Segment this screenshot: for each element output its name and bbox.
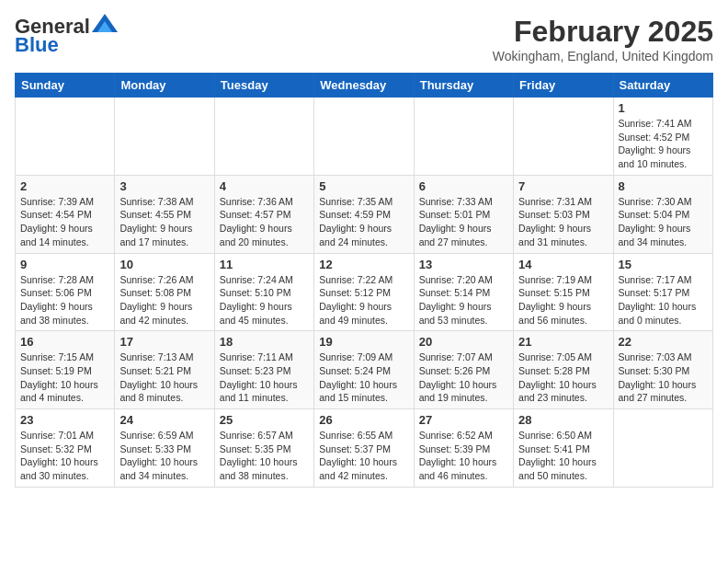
calendar-cell: 9Sunrise: 7:28 AM Sunset: 5:06 PM Daylig… [16,253,115,331]
day-number: 19 [319,335,408,349]
calendar-cell: 1Sunrise: 7:41 AM Sunset: 4:52 PM Daylig… [613,98,712,176]
page-header: General Blue February 2025 Wokingham, En… [15,15,713,63]
day-info: Sunrise: 7:11 AM Sunset: 5:23 PM Dayligh… [220,350,309,405]
calendar-cell: 20Sunrise: 7:07 AM Sunset: 5:26 PM Dayli… [414,331,513,409]
calendar-cell: 15Sunrise: 7:17 AM Sunset: 5:17 PM Dayli… [613,253,712,331]
day-info: Sunrise: 7:03 AM Sunset: 5:30 PM Dayligh… [619,350,708,405]
calendar-cell [613,409,712,488]
day-of-week-header: Friday [514,74,613,98]
day-number: 6 [419,179,508,193]
day-number: 23 [20,413,109,427]
day-info: Sunrise: 7:22 AM Sunset: 5:12 PM Dayligh… [319,273,408,327]
day-of-week-header: Tuesday [214,74,313,98]
day-info: Sunrise: 7:36 AM Sunset: 4:57 PM Dayligh… [220,195,309,249]
calendar-cell: 13Sunrise: 7:20 AM Sunset: 5:14 PM Dayli… [414,253,513,331]
day-number: 26 [319,413,408,427]
day-info: Sunrise: 7:30 AM Sunset: 5:04 PM Dayligh… [619,195,708,249]
calendar-cell: 23Sunrise: 7:01 AM Sunset: 5:32 PM Dayli… [16,409,115,488]
day-info: Sunrise: 7:17 AM Sunset: 5:17 PM Dayligh… [619,273,708,327]
day-number: 9 [20,258,109,271]
month-title: February 2025 [493,15,713,49]
calendar-week-row: 2Sunrise: 7:39 AM Sunset: 4:54 PM Daylig… [16,175,713,253]
day-info: Sunrise: 7:01 AM Sunset: 5:32 PM Dayligh… [20,429,109,483]
calendar-cell [115,98,214,176]
calendar-cell: 6Sunrise: 7:33 AM Sunset: 5:01 PM Daylig… [414,175,513,253]
day-info: Sunrise: 7:07 AM Sunset: 5:26 PM Dayligh… [419,350,508,405]
day-of-week-header: Thursday [414,74,513,98]
day-info: Sunrise: 7:28 AM Sunset: 5:06 PM Dayligh… [20,273,109,327]
day-info: Sunrise: 7:38 AM Sunset: 4:55 PM Dayligh… [119,195,209,249]
title-area: February 2025 Wokingham, England, United… [493,15,713,63]
day-number: 18 [220,335,309,349]
day-number: 14 [518,258,608,271]
day-info: Sunrise: 7:26 AM Sunset: 5:08 PM Dayligh… [119,273,209,327]
calendar-cell: 3Sunrise: 7:38 AM Sunset: 4:55 PM Daylig… [115,175,214,253]
day-info: Sunrise: 7:19 AM Sunset: 5:15 PM Dayligh… [518,273,608,327]
day-number: 8 [619,179,708,193]
calendar-cell [414,98,513,176]
day-info: Sunrise: 7:24 AM Sunset: 5:10 PM Dayligh… [220,273,309,327]
calendar-cell [214,98,313,176]
calendar-cell: 27Sunrise: 6:52 AM Sunset: 5:39 PM Dayli… [414,409,513,488]
calendar-cell [514,98,613,176]
calendar-cell: 5Sunrise: 7:35 AM Sunset: 4:59 PM Daylig… [314,175,414,253]
day-number: 24 [119,413,209,427]
day-number: 17 [119,335,209,349]
calendar-cell: 18Sunrise: 7:11 AM Sunset: 5:23 PM Dayli… [214,331,313,409]
day-number: 25 [220,413,309,427]
calendar-cell: 17Sunrise: 7:13 AM Sunset: 5:21 PM Dayli… [115,331,214,409]
calendar-header-row: SundayMondayTuesdayWednesdayThursdayFrid… [16,74,713,98]
day-info: Sunrise: 7:20 AM Sunset: 5:14 PM Dayligh… [419,273,508,327]
day-info: Sunrise: 6:59 AM Sunset: 5:33 PM Dayligh… [119,429,209,483]
day-info: Sunrise: 6:50 AM Sunset: 5:41 PM Dayligh… [518,429,608,483]
day-number: 7 [518,179,608,193]
location-text: Wokingham, England, United Kingdom [493,49,713,63]
calendar-week-row: 16Sunrise: 7:15 AM Sunset: 5:19 PM Dayli… [16,331,713,409]
day-number: 4 [220,179,309,193]
calendar-cell [16,98,115,176]
calendar-week-row: 23Sunrise: 7:01 AM Sunset: 5:32 PM Dayli… [16,409,713,488]
day-number: 13 [419,258,508,271]
day-of-week-header: Monday [115,74,214,98]
day-info: Sunrise: 6:52 AM Sunset: 5:39 PM Dayligh… [419,429,508,483]
day-of-week-header: Sunday [16,74,115,98]
calendar-cell: 7Sunrise: 7:31 AM Sunset: 5:03 PM Daylig… [514,175,613,253]
calendar-cell: 8Sunrise: 7:30 AM Sunset: 5:04 PM Daylig… [613,175,712,253]
day-number: 21 [518,335,608,349]
calendar-cell: 14Sunrise: 7:19 AM Sunset: 5:15 PM Dayli… [514,253,613,331]
day-number: 27 [419,413,508,427]
day-number: 2 [20,179,109,193]
calendar-cell: 24Sunrise: 6:59 AM Sunset: 5:33 PM Dayli… [115,409,214,488]
day-info: Sunrise: 7:31 AM Sunset: 5:03 PM Dayligh… [518,195,608,249]
calendar-cell: 11Sunrise: 7:24 AM Sunset: 5:10 PM Dayli… [214,253,313,331]
day-number: 3 [119,179,209,193]
day-number: 22 [619,335,708,349]
calendar-cell: 10Sunrise: 7:26 AM Sunset: 5:08 PM Dayli… [115,253,214,331]
day-number: 16 [20,335,109,349]
day-of-week-header: Wednesday [314,74,414,98]
calendar-cell: 28Sunrise: 6:50 AM Sunset: 5:41 PM Dayli… [514,409,613,488]
day-info: Sunrise: 7:15 AM Sunset: 5:19 PM Dayligh… [20,350,109,405]
day-number: 20 [419,335,508,349]
day-info: Sunrise: 7:13 AM Sunset: 5:21 PM Dayligh… [119,350,209,405]
calendar-cell: 22Sunrise: 7:03 AM Sunset: 5:30 PM Dayli… [613,331,712,409]
day-info: Sunrise: 6:55 AM Sunset: 5:37 PM Dayligh… [319,429,408,483]
calendar-cell: 21Sunrise: 7:05 AM Sunset: 5:28 PM Dayli… [514,331,613,409]
calendar-week-row: 1Sunrise: 7:41 AM Sunset: 4:52 PM Daylig… [16,98,713,176]
calendar-cell: 25Sunrise: 6:57 AM Sunset: 5:35 PM Dayli… [214,409,313,488]
calendar-cell: 12Sunrise: 7:22 AM Sunset: 5:12 PM Dayli… [314,253,414,331]
logo-blue-text: Blue [15,33,59,57]
day-info: Sunrise: 7:05 AM Sunset: 5:28 PM Dayligh… [518,350,608,405]
day-number: 12 [319,258,408,271]
day-of-week-header: Saturday [613,74,712,98]
calendar-cell: 26Sunrise: 6:55 AM Sunset: 5:37 PM Dayli… [314,409,414,488]
calendar-cell: 4Sunrise: 7:36 AM Sunset: 4:57 PM Daylig… [214,175,313,253]
day-number: 5 [319,179,408,193]
day-info: Sunrise: 7:33 AM Sunset: 5:01 PM Dayligh… [419,195,508,249]
day-info: Sunrise: 6:57 AM Sunset: 5:35 PM Dayligh… [220,429,309,483]
day-info: Sunrise: 7:09 AM Sunset: 5:24 PM Dayligh… [319,350,408,405]
calendar-cell: 19Sunrise: 7:09 AM Sunset: 5:24 PM Dayli… [314,331,414,409]
calendar-cell: 16Sunrise: 7:15 AM Sunset: 5:19 PM Dayli… [16,331,115,409]
day-number: 10 [119,258,209,271]
day-number: 11 [220,258,309,271]
